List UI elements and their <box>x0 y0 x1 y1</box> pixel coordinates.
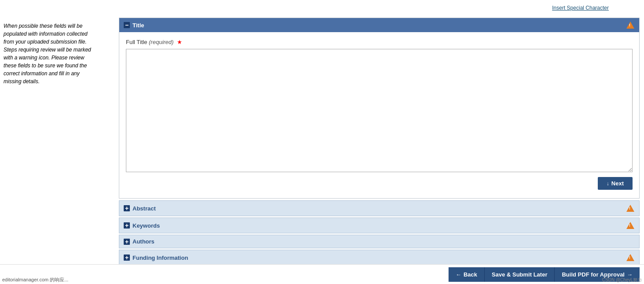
abstract-warning-icon <box>626 204 635 213</box>
title-header-left: − Title <box>124 22 144 29</box>
sidebar-text-2: populated with information collected <box>4 31 88 37</box>
title-warning-icon <box>626 21 635 30</box>
funding-label: Funding Information <box>132 254 188 261</box>
back-button[interactable]: ← Back <box>449 267 485 282</box>
watermark-text: CSDN @CheyL努力 <box>602 277 642 282</box>
status-text: editorialmanager.com 的响应... <box>2 277 68 282</box>
title-section-body: Full Title (required) ★ ↓ Next <box>119 32 639 198</box>
keywords-section-name: + Keywords <box>124 222 160 229</box>
sidebar-info: When possible these fields will be popul… <box>0 18 117 90</box>
keywords-expand-icon: + <box>124 222 130 229</box>
required-text: (required) <box>149 39 173 45</box>
status-bar: editorialmanager.com 的响应... <box>0 276 70 284</box>
sidebar-text-5: with a warning icon. Please review <box>4 55 84 61</box>
back-arrow-icon: ← <box>456 271 461 278</box>
next-label: Next <box>611 180 624 187</box>
title-section-panel: − Title Full Title (required) ★ ↓ Next <box>119 18 640 199</box>
sidebar-text-3: from your uploaded submission file. <box>4 39 87 45</box>
funding-warning-icon <box>626 253 635 262</box>
abstract-warning-triangle <box>626 205 634 212</box>
abstract-label: Abstract <box>132 205 156 212</box>
funding-section[interactable]: + Funding Information <box>119 250 640 266</box>
sidebar-text-8: missing details. <box>4 78 40 85</box>
abstract-section[interactable]: + Abstract <box>119 200 640 216</box>
back-label: Back <box>464 271 477 278</box>
watermark: CSDN @CheyL努力 <box>602 277 642 283</box>
bottom-action-bar: ← Back Save & Submit Later Build PDF for… <box>0 264 644 284</box>
authors-label: Authors <box>132 238 155 245</box>
sidebar-text-4: Steps requiring review will be marked <box>4 47 91 53</box>
required-star: ★ <box>177 39 182 45</box>
full-title-text: Full Title <box>126 39 147 45</box>
sidebar-text-7: correct information and fill in any <box>4 70 80 77</box>
top-bar: Insert Special Character <box>552 4 609 11</box>
next-button-row: ↓ Next <box>126 173 633 192</box>
sidebar-text-1: When possible these fields will be <box>4 23 82 29</box>
save-submit-button[interactable]: Save & Submit Later <box>485 267 555 282</box>
collapsed-sections: + Abstract + Keywords + Authors <box>119 200 640 266</box>
full-title-input[interactable] <box>126 49 633 172</box>
title-section-header[interactable]: − Title <box>119 18 639 32</box>
funding-section-name: + Funding Information <box>124 254 188 261</box>
authors-section-name: + Authors <box>124 238 155 245</box>
insert-special-character-link[interactable]: Insert Special Character <box>552 5 609 11</box>
abstract-expand-icon: + <box>124 205 130 211</box>
abstract-section-name: + Abstract <box>124 205 156 212</box>
keywords-section[interactable]: + Keywords <box>119 218 640 233</box>
funding-warning-triangle <box>626 254 634 261</box>
title-section-label: Title <box>132 22 144 29</box>
next-arrow-icon: ↓ <box>607 181 609 187</box>
authors-section[interactable]: + Authors <box>119 235 640 248</box>
keywords-warning-triangle <box>626 222 634 229</box>
keywords-label: Keywords <box>132 222 160 229</box>
warning-triangle <box>626 22 634 29</box>
funding-expand-icon: + <box>124 254 130 261</box>
next-button[interactable]: ↓ Next <box>598 177 633 190</box>
main-content: − Title Full Title (required) ★ ↓ Next <box>119 18 640 262</box>
authors-expand-icon: + <box>124 239 130 245</box>
collapse-icon: − <box>124 22 130 28</box>
keywords-warning-icon <box>626 221 635 230</box>
full-title-label: Full Title (required) ★ <box>126 39 633 45</box>
sidebar-text-6: these fields to be sure we found the <box>4 63 87 69</box>
